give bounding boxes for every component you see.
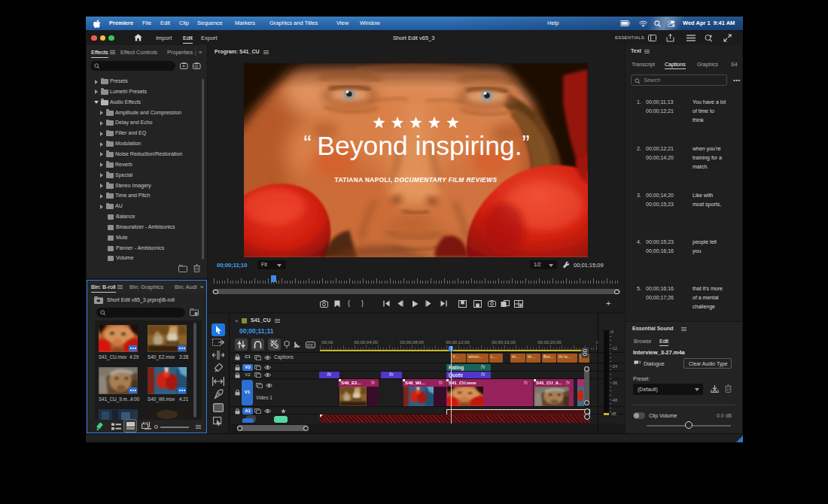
svg-text:32: 32 xyxy=(194,64,199,68)
svg-text:CC: CC xyxy=(307,343,314,348)
